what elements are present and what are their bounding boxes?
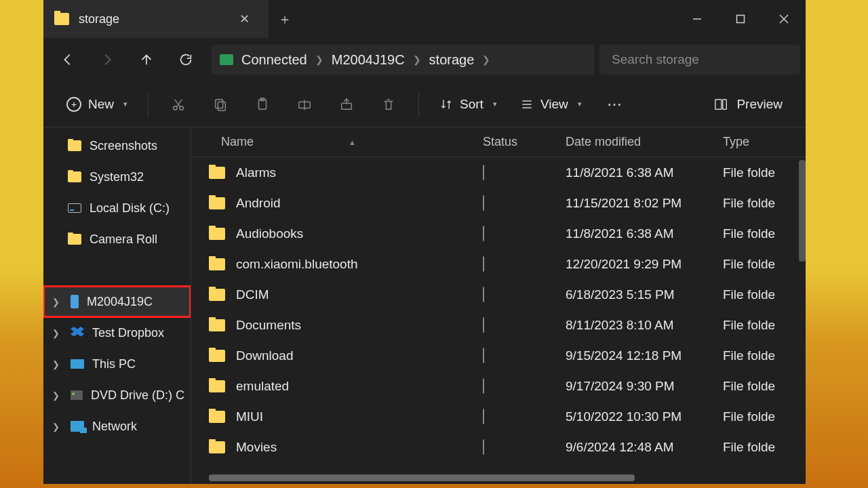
svg-rect-7 bbox=[218, 102, 225, 110]
dvd-icon bbox=[71, 390, 83, 400]
more-button[interactable]: ⋯ bbox=[595, 89, 633, 119]
sidebar-item-label: System32 bbox=[90, 170, 144, 184]
sidebar-item-dvd[interactable]: ❯ DVD Drive (D:) C bbox=[43, 380, 191, 411]
share-button[interactable] bbox=[328, 89, 366, 119]
table-row[interactable]: Audiobooks11/8/2021 6:38 AMFile folde bbox=[191, 218, 806, 249]
new-tab-button[interactable]: ＋ bbox=[269, 0, 301, 38]
file-type: File folde bbox=[716, 348, 806, 363]
sort-asc-icon: ▲ bbox=[349, 138, 356, 146]
view-icon bbox=[520, 98, 534, 111]
rename-button[interactable] bbox=[285, 89, 323, 119]
new-button[interactable]: + New ▾ bbox=[57, 89, 137, 119]
refresh-button[interactable] bbox=[167, 43, 205, 76]
up-button[interactable] bbox=[127, 43, 165, 76]
maximize-button[interactable] bbox=[719, 0, 762, 38]
file-name: Android bbox=[236, 196, 281, 211]
file-type: File folde bbox=[716, 409, 806, 424]
file-date: 5/10/2022 10:30 PM bbox=[559, 409, 716, 424]
close-button[interactable] bbox=[762, 0, 806, 38]
tab-close-button[interactable]: ✕ bbox=[231, 12, 258, 26]
status-icon bbox=[483, 287, 484, 302]
sidebar-item-label: Network bbox=[92, 420, 137, 434]
breadcrumb-item[interactable]: Connected bbox=[241, 52, 307, 68]
chevron-right-icon[interactable]: ❯ bbox=[49, 390, 62, 401]
vertical-scrollbar[interactable] bbox=[799, 160, 806, 262]
file-name: com.xiaomi.bluetooth bbox=[236, 257, 358, 272]
paste-button[interactable] bbox=[243, 89, 281, 119]
breadcrumb[interactable]: Connected ❯ M2004J19C ❯ storage ❯ bbox=[212, 45, 594, 75]
file-list: Name ▲ Status Date modified Type Alarms1… bbox=[191, 127, 806, 484]
table-row[interactable]: Documents8/11/2023 8:10 AMFile folde bbox=[191, 310, 806, 340]
file-name: emulated bbox=[236, 379, 289, 394]
file-date: 11/8/2021 6:38 AM bbox=[559, 165, 716, 180]
folder-icon bbox=[209, 289, 225, 301]
chevron-down-icon: ▾ bbox=[493, 100, 497, 108]
chevron-right-icon[interactable]: ❯ bbox=[49, 422, 62, 432]
file-type: File folde bbox=[716, 440, 806, 455]
view-button[interactable]: View ▾ bbox=[511, 89, 591, 119]
disk-icon bbox=[68, 203, 81, 213]
folder-icon bbox=[209, 197, 225, 209]
pc-icon bbox=[71, 359, 84, 369]
sidebar-item-screenshots[interactable]: Screenshots bbox=[43, 130, 191, 161]
svg-rect-13 bbox=[723, 99, 727, 109]
table-row[interactable]: Android11/15/2021 8:02 PMFile folde bbox=[191, 188, 806, 218]
table-row[interactable]: Alarms11/8/2021 6:38 AMFile folde bbox=[191, 157, 806, 188]
table-row[interactable]: MIUI5/10/2022 10:30 PMFile folde bbox=[191, 401, 806, 432]
file-date: 11/8/2021 6:38 AM bbox=[559, 226, 716, 241]
sort-button[interactable]: Sort ▾ bbox=[430, 89, 507, 119]
sidebar-item-local-disk[interactable]: Local Disk (C:) bbox=[43, 192, 191, 224]
folder-icon bbox=[68, 234, 81, 245]
sidebar-item-camera-roll[interactable]: Camera Roll bbox=[43, 224, 191, 255]
chevron-right-icon[interactable]: ❯ bbox=[49, 297, 62, 307]
chevron-right-icon[interactable]: ❯ bbox=[49, 328, 62, 338]
preview-icon bbox=[713, 97, 728, 112]
sidebar-item-system32[interactable]: System32 bbox=[43, 161, 191, 192]
file-name: Movies bbox=[236, 440, 277, 455]
column-type[interactable]: Type bbox=[716, 135, 806, 149]
delete-button[interactable] bbox=[370, 89, 408, 119]
sidebar-item-this-pc[interactable]: ❯ This PC bbox=[43, 348, 191, 380]
tab-storage[interactable]: storage ✕ bbox=[43, 0, 269, 38]
file-type: File folde bbox=[716, 379, 806, 394]
sidebar-item-network[interactable]: ❯ Network bbox=[43, 411, 191, 442]
folder-icon bbox=[54, 13, 69, 25]
forward-button[interactable] bbox=[88, 43, 126, 76]
table-row[interactable]: Movies9/6/2024 12:48 AMFile folde bbox=[191, 432, 806, 462]
folder-icon bbox=[209, 319, 225, 331]
chevron-right-icon[interactable]: ❯ bbox=[49, 359, 62, 369]
table-row[interactable]: emulated9/17/2024 9:30 PMFile folde bbox=[191, 371, 806, 401]
table-row[interactable]: com.xiaomi.bluetooth12/20/2021 9:29 PMFi… bbox=[191, 249, 806, 279]
folder-icon bbox=[209, 441, 225, 453]
file-date: 6/18/2023 5:15 PM bbox=[559, 287, 716, 302]
network-icon bbox=[71, 421, 84, 432]
chevron-right-icon: ❯ bbox=[315, 54, 323, 65]
cut-button[interactable] bbox=[159, 89, 197, 119]
file-name: Alarms bbox=[236, 165, 276, 180]
sidebar-item-dropbox[interactable]: ❯ Test Dropbox bbox=[43, 317, 191, 348]
sort-icon bbox=[439, 98, 453, 111]
svg-rect-6 bbox=[216, 99, 223, 108]
minimize-button[interactable] bbox=[675, 0, 719, 38]
navbar: Connected ❯ M2004J19C ❯ storage ❯ Search… bbox=[43, 38, 806, 81]
status-icon bbox=[483, 439, 484, 455]
table-row[interactable]: DCIM6/18/2023 5:15 PMFile folde bbox=[191, 279, 806, 310]
sidebar-item-label: Screenshots bbox=[90, 139, 157, 153]
breadcrumb-item[interactable]: storage bbox=[429, 52, 475, 68]
file-name: Download bbox=[236, 348, 294, 363]
column-date[interactable]: Date modified bbox=[559, 135, 716, 149]
breadcrumb-item[interactable]: M2004J19C bbox=[332, 52, 405, 68]
preview-button[interactable]: Preview bbox=[704, 97, 792, 112]
horizontal-scrollbar[interactable] bbox=[209, 474, 635, 481]
folder-icon bbox=[209, 380, 225, 392]
sidebar-item-label: Test Dropbox bbox=[92, 326, 164, 340]
table-row[interactable]: Download9/15/2024 12:18 PMFile folde bbox=[191, 340, 806, 371]
sidebar-item-phone[interactable]: ❯ M2004J19C bbox=[43, 286, 191, 317]
sidebar-item-label: Local Disk (C:) bbox=[90, 201, 170, 216]
search-input[interactable]: Search storage bbox=[599, 45, 800, 75]
back-button[interactable] bbox=[49, 43, 87, 76]
column-status[interactable]: Status bbox=[476, 135, 559, 149]
sidebar-item-label: M2004J19C bbox=[87, 295, 153, 309]
column-name[interactable]: Name ▲ bbox=[191, 135, 476, 149]
copy-button[interactable] bbox=[201, 89, 239, 119]
